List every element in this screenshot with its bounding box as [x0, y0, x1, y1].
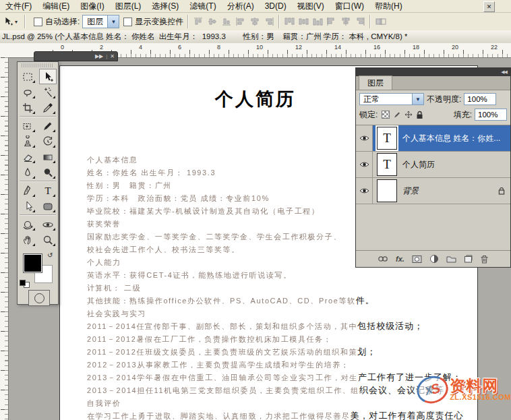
menu-layer[interactable]: 图层(L)	[110, 1, 147, 12]
layer-name[interactable]: 背景	[402, 185, 498, 197]
lasso-tool[interactable]	[19, 84, 36, 100]
adjustment-layer-icon[interactable]	[429, 254, 439, 264]
3d-rotate-tool[interactable]	[19, 216, 36, 232]
collapse-panel-icon[interactable]: ◀◀	[501, 69, 507, 75]
spot-healing-brush-tool[interactable]	[19, 118, 36, 133]
align-buttons	[193, 17, 274, 26]
tab-layers[interactable]: 图层	[359, 76, 392, 90]
visibility-toggle[interactable]	[356, 152, 373, 177]
lock-buttons	[382, 111, 423, 119]
menu-3d[interactable]: 3D(D)	[260, 1, 292, 11]
distribute-top-edges-icon[interactable]	[284, 17, 295, 26]
distribute-left-edges-icon[interactable]	[326, 17, 337, 26]
hand-tool[interactable]	[19, 232, 36, 247]
rectangular-marquee-tool[interactable]	[19, 69, 36, 84]
close-document-button[interactable]: ✕	[483, 1, 495, 12]
link-layers-icon[interactable]	[378, 256, 388, 262]
resume-title: 个人简历	[215, 87, 296, 111]
menu-view[interactable]: 视图(V)	[292, 1, 330, 12]
layer-name[interactable]: 个人简历	[402, 159, 510, 171]
tool-preset-picker[interactable]: ▾	[0, 16, 20, 27]
distribute-right-edges-icon[interactable]	[355, 17, 365, 26]
resume-line: 计算机： 二级	[87, 281, 464, 294]
menu-analysis[interactable]: 分析(A)	[222, 1, 260, 12]
eyedropper-tool[interactable]	[39, 100, 57, 115]
resume-line: 2013－2014担任11机电第三党支部组织委员，主要负责党组织工作、组织会议、…	[87, 384, 464, 396]
magic-wand-tool[interactable]	[39, 84, 57, 100]
layer-row-text-resume-title[interactable]: T 个人简历	[356, 152, 510, 178]
distribute-vertical-centers-icon[interactable]	[298, 17, 309, 26]
auto-select-dropdown[interactable]: 图层 ▼	[82, 15, 119, 28]
divider	[278, 15, 280, 28]
align-vertical-centers-icon[interactable]	[207, 17, 218, 26]
distribute-bottom-edges-icon[interactable]	[312, 17, 323, 26]
menu-filter[interactable]: 滤镜(T)	[184, 1, 221, 12]
panel-collapse-bar: ▶▶ | ✕	[34, 51, 118, 61]
zoom-tool[interactable]	[39, 232, 57, 247]
auto-select-value: 图层	[83, 16, 107, 28]
layers-bottom-bar: fx.	[356, 250, 510, 267]
close-panel-icon[interactable]: ✕	[110, 53, 115, 59]
swap-colors-icon[interactable]: ↺	[47, 251, 53, 259]
distribute-horizontal-centers-icon[interactable]	[340, 17, 351, 26]
text-layer-thumbnail[interactable]: T	[377, 127, 397, 150]
move-tool[interactable]	[39, 69, 57, 84]
lock-position-icon[interactable]	[404, 111, 413, 119]
align-left-edges-icon[interactable]	[235, 17, 246, 26]
menu-help[interactable]: 帮助(H)	[369, 1, 408, 12]
delete-layer-icon[interactable]	[480, 255, 489, 264]
auto-align-layers-icon[interactable]	[375, 17, 387, 26]
menu-image[interactable]: 图像(I)	[75, 1, 109, 12]
opacity-field[interactable]: 100%	[464, 93, 496, 105]
new-group-icon[interactable]	[446, 255, 456, 263]
quick-mask-button[interactable]	[28, 290, 50, 306]
menu-window[interactable]: 窗口(W)	[330, 1, 369, 12]
background-layer-thumbnail[interactable]	[377, 179, 397, 202]
eraser-tool[interactable]	[19, 149, 36, 164]
layer-name[interactable]: 个人基本信息 姓名：你姓...	[402, 133, 510, 144]
divider	[24, 15, 26, 28]
panel-grip[interactable]	[22, 63, 54, 67]
align-horizontal-centers-icon[interactable]	[249, 17, 260, 26]
brush-tool[interactable]	[39, 118, 57, 133]
foreground-color-swatch[interactable]	[24, 254, 42, 272]
ruler-label: 8	[217, 44, 220, 51]
history-brush-tool[interactable]	[39, 133, 57, 149]
fill-field[interactable]: 100%	[475, 109, 507, 121]
visibility-toggle[interactable]	[356, 125, 373, 151]
default-colors-icon[interactable]	[20, 280, 30, 288]
layer-style-icon[interactable]: fx.	[396, 255, 404, 263]
layer-row-background[interactable]: 背景	[356, 178, 510, 204]
zoom-icon	[42, 234, 54, 246]
lock-transparency-icon[interactable]	[382, 111, 390, 119]
blend-mode-dropdown[interactable]: 正常 ▼	[359, 93, 424, 105]
type-tool[interactable]: T	[39, 183, 57, 198]
pen-tool[interactable]	[19, 183, 36, 198]
clone-stamp-tool[interactable]	[19, 133, 36, 149]
lock-pixels-icon[interactable]	[393, 111, 401, 119]
align-bottom-edges-icon[interactable]	[221, 17, 232, 26]
path-selection-tool[interactable]	[19, 198, 36, 214]
layer-row-text-basic-info[interactable]: T 个人基本信息 姓名：你姓...	[356, 125, 510, 152]
align-right-edges-icon[interactable]	[264, 17, 274, 26]
blur-tool[interactable]	[19, 164, 36, 180]
menu-edit[interactable]: 编辑(E)	[37, 1, 75, 12]
visibility-toggle[interactable]	[356, 178, 373, 204]
lock-all-icon[interactable]	[416, 111, 423, 119]
new-layer-icon[interactable]	[464, 255, 473, 263]
show-transform-checkbox[interactable]	[123, 18, 132, 26]
rounded-rectangle-tool[interactable]	[39, 198, 57, 214]
collapse-to-icons-icon[interactable]: ▶▶	[95, 53, 103, 59]
eyedropper-icon	[42, 102, 54, 114]
3d-orbit-tool[interactable]	[39, 216, 57, 232]
menu-file[interactable]: 文件(F)	[0, 1, 37, 12]
auto-select-checkbox[interactable]	[34, 18, 42, 26]
crop-tool[interactable]	[19, 100, 36, 115]
text-layer-thumbnail[interactable]: T	[377, 153, 397, 176]
gradient-tool[interactable]	[39, 149, 57, 164]
dodge-tool[interactable]	[39, 164, 57, 180]
menu-select[interactable]: 选择(S)	[146, 1, 184, 12]
site-watermark: X S 资料网 ZL.XS1616.COM	[417, 376, 511, 403]
align-top-edges-icon[interactable]	[193, 17, 204, 26]
add-layer-mask-icon[interactable]	[412, 255, 422, 264]
